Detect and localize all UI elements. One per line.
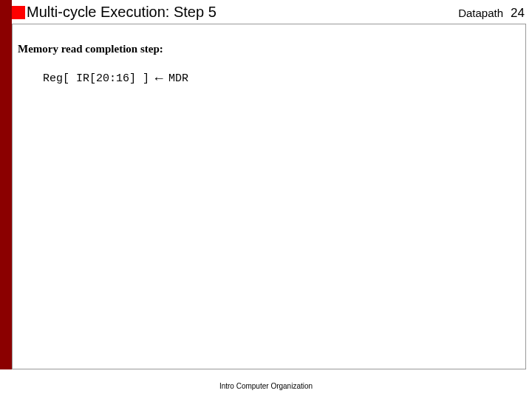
code-left: Reg[ IR[20:16] ] [43, 72, 149, 85]
sub-heading: Memory read completion step: [18, 43, 163, 55]
code-right: MDR [168, 72, 188, 85]
slide-title: Multi-cycle Execution: Step 5 [27, 4, 216, 21]
red-sidebar [0, 0, 12, 369]
code-expression: Reg[ IR[20:16] ] ← MDR [43, 71, 188, 86]
slide-number: 24 [511, 6, 525, 21]
header-row: Multi-cycle Execution: Step 5 Datapath 2… [27, 4, 525, 21]
left-arrow-icon: ← [152, 71, 166, 86]
slide-container: Multi-cycle Execution: Step 5 Datapath 2… [0, 0, 532, 399]
footer-text: Intro Computer Organization [0, 382, 532, 390]
red-square-icon [12, 6, 25, 19]
header-right: Datapath 24 [458, 6, 525, 21]
category-label: Datapath [458, 7, 503, 19]
